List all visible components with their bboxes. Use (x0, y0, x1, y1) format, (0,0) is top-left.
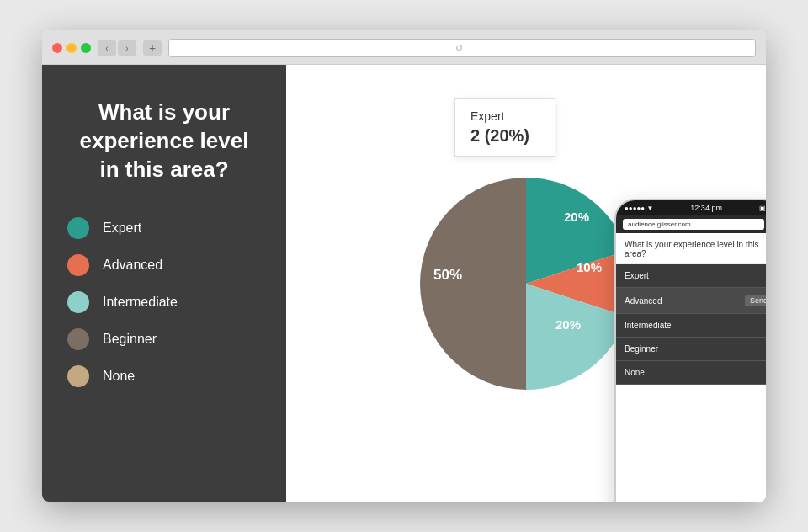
legend-item-none: None (67, 365, 261, 387)
phone-overlay: ●●●●● ▼ 12:34 pm ▣ ▓ audience.glisser.co… (614, 199, 766, 502)
phone-option-advanced[interactable]: Advanced Send (616, 288, 766, 314)
traffic-light-yellow[interactable] (66, 43, 77, 53)
traffic-light-green[interactable] (81, 43, 91, 53)
legend-dot-intermediate (67, 291, 89, 313)
tooltip-value: 2 (20%) (470, 126, 540, 146)
legend-label-expert: Expert (103, 221, 141, 236)
legend-label-intermediate: Intermediate (103, 295, 178, 310)
pie-chart-container: 20% 10% 20% 50% (408, 166, 644, 402)
phone-option-beginner[interactable]: Beginner (616, 338, 766, 361)
phone-option-intermediate[interactable]: Intermediate (616, 314, 766, 338)
legend-list: Expert Advanced Intermediate Beginner No… (67, 217, 261, 387)
left-panel: What is your experience level in this ar… (42, 65, 286, 502)
browser-window: ‹ › + ↺ What is your experience level in… (42, 30, 766, 502)
phone-question: What is your experience level in this ar… (616, 233, 766, 264)
question-text: What is your experience level in this ar… (67, 98, 261, 184)
address-bar[interactable]: ↺ (168, 39, 756, 57)
traffic-light-red[interactable] (52, 43, 62, 53)
legend-item-expert: Expert (67, 217, 261, 239)
phone-option-none[interactable]: None (616, 361, 766, 385)
forward-button[interactable]: › (118, 40, 136, 56)
legend-item-beginner: Beginner (67, 328, 261, 350)
send-button[interactable]: Send (745, 295, 766, 306)
legend-label-none: None (103, 369, 135, 384)
phone-shell: ●●●●● ▼ 12:34 pm ▣ ▓ audience.glisser.co… (614, 199, 766, 502)
browser-content: What is your experience level in this ar… (42, 65, 766, 502)
legend-dot-beginner (67, 328, 89, 350)
phone-battery: ▣ ▓ (759, 205, 766, 212)
phone-options-list: Expert Advanced Send Intermediate Beginn… (616, 264, 766, 385)
right-panel: Expert 2 (20%) (286, 65, 766, 502)
phone-address-bar: audience.glisser.com ↺ (616, 215, 766, 233)
legend-dot-expert (67, 217, 89, 239)
phone-option-expert[interactable]: Expert (616, 264, 766, 288)
phone-content: What is your experience level in this ar… (616, 233, 766, 502)
tooltip-label: Expert (470, 109, 540, 123)
legend-dot-none (67, 365, 89, 387)
phone-url[interactable]: audience.glisser.com (623, 219, 764, 230)
legend-dot-advanced (67, 254, 89, 276)
phone-status-bar: ●●●●● ▼ 12:34 pm ▣ ▓ (616, 200, 766, 215)
back-button[interactable]: ‹ (98, 40, 116, 56)
legend-label-advanced: Advanced (103, 258, 162, 273)
legend-label-beginner: Beginner (103, 332, 157, 347)
traffic-lights (52, 43, 91, 53)
new-tab-button[interactable]: + (143, 40, 162, 56)
segment-beginner (420, 178, 526, 390)
legend-item-advanced: Advanced (67, 254, 261, 276)
phone-time: 12:34 pm (690, 204, 722, 212)
legend-item-intermediate: Intermediate (67, 291, 261, 313)
phone-signal: ●●●●● ▼ (625, 205, 653, 212)
pie-chart-svg (408, 166, 644, 402)
tooltip-box: Expert 2 (20%) (454, 98, 556, 157)
browser-chrome: ‹ › + ↺ (42, 30, 766, 65)
reload-icon: ↺ (455, 43, 463, 54)
nav-buttons: ‹ › (98, 40, 136, 56)
